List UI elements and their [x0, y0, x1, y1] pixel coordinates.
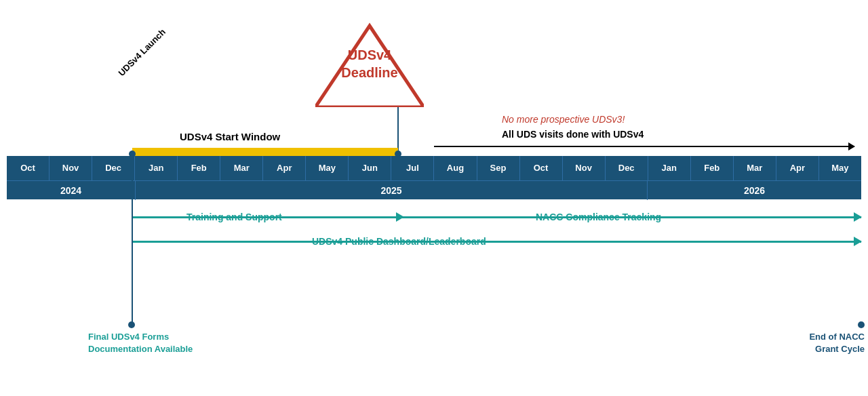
no-more-label: No more prospective UDSv3! [502, 114, 625, 125]
start-window-bar [132, 148, 398, 156]
months-row: OctNovDecJanFebMarAprMayJunJulAugSepOctN… [7, 156, 861, 180]
month-aug-10: Aug [434, 156, 477, 180]
month-dec-14: Dec [606, 156, 648, 180]
jun-dot [395, 151, 401, 157]
month-mar-17: Mar [734, 156, 776, 180]
month-mar-5: Mar [220, 156, 263, 180]
final-forms-label: Final UDSv4 Forms Documentation Availabl… [88, 331, 193, 355]
dashboard-label: UDSv4 Public Dashboard/Leaderboard [312, 236, 486, 247]
month-jul-9: Jul [391, 156, 434, 180]
start-window-label: UDSv4 Start Window [180, 131, 280, 142]
month-jan-3: Jan [135, 156, 178, 180]
month-oct-0: Oct [7, 156, 50, 180]
bottom-end-dot [858, 321, 865, 328]
compliance-label: NACC Compliance Tracking [536, 212, 661, 222]
month-dec-2: Dec [92, 156, 135, 180]
deadline-triangle-container: UDSv4 Deadline [315, 19, 424, 107]
timeline: OctNovDecJanFebMarAprMayJunJulAugSepOctN… [7, 156, 861, 199]
all-uds-visits-label: All UDS visits done with UDSv4 [502, 129, 644, 140]
year-2026: 2026 [648, 181, 861, 200]
month-jan-15: Jan [648, 156, 691, 180]
month-may-7: May [306, 156, 349, 180]
month-nov-1: Nov [50, 156, 92, 180]
end-grant-label: End of NACC Grant Cycle [809, 331, 865, 355]
dashboard-arrow-row: UDSv4 Public Dashboard/Leaderboard [7, 229, 861, 254]
month-apr-6: Apr [263, 156, 306, 180]
udsv4-launch-label: UDSv4 Launch [116, 27, 167, 78]
month-sep-11: Sep [477, 156, 520, 180]
year-2025: 2025 [135, 181, 648, 200]
all-uds-arrow-icon [434, 146, 854, 147]
month-oct-12: Oct [520, 156, 563, 180]
dec-vertical-line [132, 156, 133, 325]
dec-dot [129, 151, 136, 157]
deadline-label: UDSv4 Deadline [315, 46, 424, 81]
month-jun-8: Jun [349, 156, 391, 180]
dashboard-arrow-line [132, 241, 861, 243]
dashboard-arrow-head [854, 237, 862, 246]
timeline-container: UDSv4 Launch UDSv4 Deadline No more pros… [0, 0, 868, 396]
month-apr-18: Apr [776, 156, 819, 180]
month-feb-16: Feb [691, 156, 734, 180]
compliance-arrow-row: NACC Compliance Tracking [7, 205, 861, 229]
month-nov-13: Nov [563, 156, 606, 180]
month-may-19: May [819, 156, 861, 180]
years-row: 2024 2025 2026 [7, 180, 861, 199]
month-feb-4: Feb [178, 156, 220, 180]
year-2024: 2024 [7, 181, 135, 200]
compliance-arrow-head [854, 212, 862, 222]
